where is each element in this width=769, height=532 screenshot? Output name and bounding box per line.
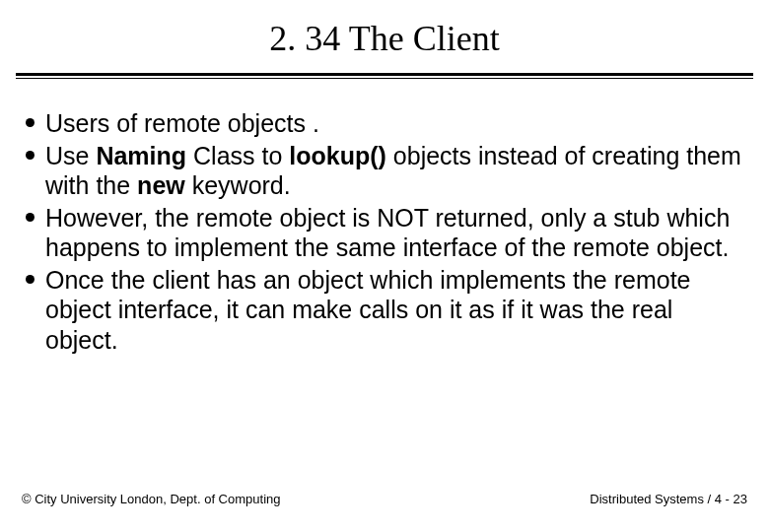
text-segment: Once the client has an object which impl… [45, 266, 691, 354]
text-segment: Use [45, 142, 96, 169]
slide: 2. 34 The Client Users of remote objects… [0, 0, 769, 532]
text-segment: keyword. [185, 171, 291, 199]
text-segment: Users of remote objects . [45, 109, 319, 137]
bullet-item: Users of remote objects . [24, 108, 745, 139]
slide-footer: © City University London, Dept. of Compu… [22, 492, 747, 506]
text-segment: However, the remote object is NOT return… [45, 204, 730, 262]
slide-title: 2. 34 The Client [0, 0, 769, 73]
slide-content: Users of remote objects .Use Naming Clas… [0, 77, 769, 355]
bullet-item: Use Naming Class to lookup() objects ins… [24, 141, 745, 201]
footer-left: © City University London, Dept. of Compu… [22, 492, 280, 506]
text-segment: new [137, 171, 185, 199]
bullet-item: Once the client has an object which impl… [24, 265, 745, 356]
footer-right: Distributed Systems / 4 - 23 [590, 492, 747, 506]
bullet-list: Users of remote objects .Use Naming Clas… [24, 108, 745, 355]
text-segment: Class to [186, 142, 289, 169]
text-segment: Naming [96, 142, 186, 169]
bullet-item: However, the remote object is NOT return… [24, 203, 745, 263]
text-segment: lookup() [289, 142, 386, 169]
